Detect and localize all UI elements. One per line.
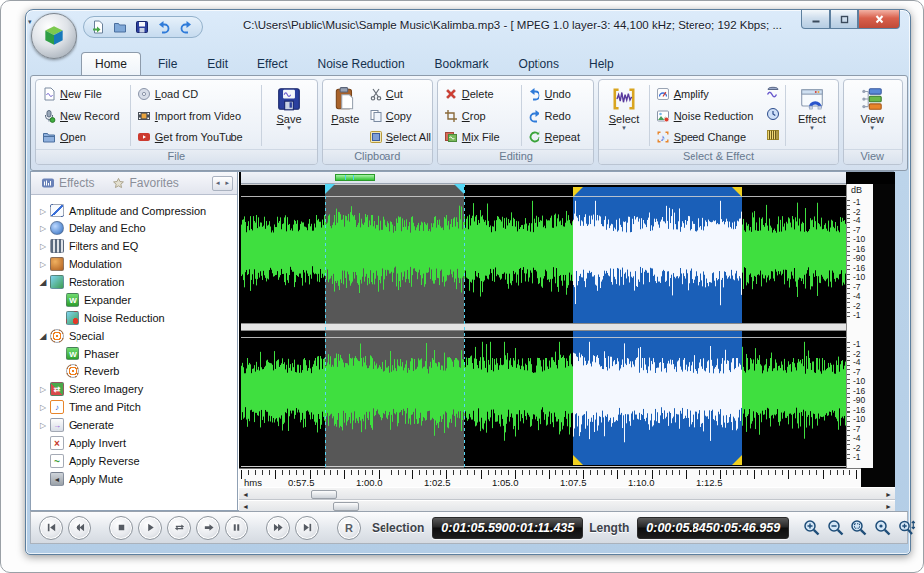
qat-open-button[interactable] (112, 19, 128, 35)
go-to-start-button[interactable] (39, 516, 63, 540)
expander-icon[interactable]: ▷ (37, 224, 49, 233)
save-button[interactable]: Save ▼ (265, 83, 312, 148)
record-button[interactable]: R (337, 516, 361, 540)
expander-icon[interactable]: ◢ (37, 277, 49, 287)
expander-icon[interactable]: ▷ (37, 421, 49, 430)
repeat-button[interactable]: Repeat (526, 127, 590, 147)
tab-noise-reduction[interactable]: Noise Reduction (305, 53, 418, 75)
paste-button[interactable]: Paste (327, 83, 364, 148)
sidebar-item-apply-invert[interactable]: ×Apply Invert (31, 434, 237, 452)
view-button[interactable]: View ▼ (849, 83, 895, 148)
sidebar-item-apply-mute[interactable]: ◄Apply Mute (31, 470, 237, 488)
sidebar-scroll-tabs-button[interactable]: ◄ ► (212, 176, 233, 191)
maximize-button[interactable] (830, 10, 858, 29)
tab-bookmark[interactable]: Bookmark (422, 53, 502, 75)
sidebar-item-reverb[interactable]: Reverb (31, 362, 237, 380)
rewind-button[interactable] (68, 516, 91, 540)
sidebar-item-noise-reduction[interactable]: Noise Reduction (31, 309, 237, 327)
mix-file-button[interactable]: Mix File (442, 127, 517, 147)
overview-position-bar[interactable] (335, 174, 375, 181)
qat-new-file-button[interactable] (90, 19, 106, 35)
sidebar-tab-favorites[interactable]: Favorites (106, 174, 184, 192)
waveform-display[interactable] (241, 184, 846, 468)
copy-button[interactable]: Copy (367, 106, 428, 126)
loop-play-button[interactable] (167, 516, 191, 540)
import-from-video-button[interactable]: Import from Video (135, 106, 257, 126)
load-cd-button[interactable]: Load CD (135, 84, 257, 104)
overview-strip[interactable] (241, 172, 846, 184)
horizontal-scrollbar-1[interactable]: ◄ ► (239, 487, 895, 500)
scroll-right-icon[interactable]: ► (885, 490, 892, 499)
fast-forward-button[interactable] (266, 516, 290, 540)
sidebar-item-filters-eq[interactable]: ▷Filters and EQ (31, 237, 237, 255)
zoom-selection-button[interactable] (848, 517, 869, 539)
expander-icon[interactable]: ▷ (37, 242, 49, 251)
close-button[interactable] (858, 10, 900, 29)
new-record-button[interactable]: New Record (40, 106, 126, 126)
stop-button[interactable] (109, 516, 133, 540)
tab-file[interactable]: File (145, 53, 190, 75)
sidebar-item-stereo-imagery[interactable]: ▷⇄Stereo Imagery (31, 380, 237, 398)
cut-button[interactable]: Cut (367, 84, 428, 104)
timer-button[interactable] (766, 107, 780, 125)
effect-button[interactable]: Effect ▼ (790, 83, 833, 148)
qat-undo-button[interactable] (156, 19, 172, 35)
sidebar-item-amplitude-compression[interactable]: ▷Amplitude and Compression (31, 202, 237, 219)
app-menu-orb[interactable] (31, 13, 77, 59)
zoom-full-button[interactable] (872, 517, 893, 539)
sidebar-item-restoration[interactable]: ◢Restoration (31, 273, 237, 291)
delete-button[interactable]: Delete (442, 84, 517, 104)
zoom-in-button[interactable] (801, 517, 822, 539)
play-from-cursor-button[interactable] (196, 516, 220, 540)
play-button[interactable] (138, 516, 162, 540)
sidebar-tab-effects[interactable]: Effects (35, 174, 100, 192)
tab-help[interactable]: Help (576, 53, 627, 75)
equalizer-button[interactable] (766, 128, 780, 146)
crop-button[interactable]: Crop (442, 106, 517, 126)
scroll-right-icon[interactable]: ► (885, 502, 892, 511)
expander-icon[interactable]: ▷ (37, 385, 49, 394)
expander-icon[interactable]: ◢ (37, 331, 49, 341)
tab-options[interactable]: Options (506, 53, 572, 75)
qat-redo-button[interactable] (178, 19, 194, 35)
expander-icon[interactable]: ▷ (37, 207, 49, 215)
undo-button[interactable]: Undo (526, 84, 590, 104)
speed-change-button[interactable]: ♪ Speed Change (654, 127, 763, 147)
time-ruler[interactable]: hms 0:57.5 1:00.0 1:02.5 1:05.0 1:07.5 1… (239, 468, 861, 487)
scroll-left-icon[interactable]: ◄ (242, 490, 249, 499)
minimize-button[interactable] (801, 10, 830, 29)
sidebar-item-special[interactable]: ◢Special (31, 327, 237, 345)
scroll-left-icon[interactable]: ◄ (242, 502, 249, 511)
expander-icon[interactable]: ▷ (37, 403, 49, 412)
zoom-out-button[interactable] (825, 517, 846, 539)
tab-effect[interactable]: Effect (244, 53, 300, 75)
open-button[interactable]: Open (40, 127, 126, 147)
select-button[interactable]: Select ▼ (603, 83, 644, 148)
pause-button[interactable] (225, 516, 248, 540)
qat-save-button[interactable] (134, 19, 150, 35)
sidebar-item-expander[interactable]: WExpander (31, 291, 237, 309)
redo-button[interactable]: Redo (526, 106, 590, 126)
zoom-vertical-out-button[interactable] (920, 517, 924, 539)
tab-edit[interactable]: Edit (194, 53, 240, 75)
sidebar-item-apply-reverse[interactable]: ~Apply Reverse (31, 452, 237, 470)
sidebar-item-generate[interactable]: ▷→Generate (31, 416, 237, 434)
scrollbar-thumb[interactable] (333, 502, 359, 511)
qat-dropdown-arrow-icon[interactable]: ▾ (28, 18, 32, 25)
new-file-button[interactable]: New File (40, 84, 126, 104)
noise-reduction-button[interactable]: Noise Reduction (654, 106, 763, 126)
zoom-vertical-in-button[interactable] (896, 517, 917, 539)
length-total-value: 0:05:46.959 (713, 521, 780, 535)
sidebar-item-modulation[interactable]: ▷Modulation (31, 255, 237, 273)
expander-icon[interactable]: ▷ (37, 260, 49, 269)
sidebar-item-time-pitch[interactable]: ▷♪Time and Pitch (31, 398, 237, 416)
go-to-end-button[interactable] (295, 516, 319, 540)
get-from-youtube-button[interactable]: Get from YouTube (135, 127, 257, 147)
tab-home[interactable]: Home (81, 52, 141, 75)
scrollbar-thumb[interactable] (311, 490, 337, 499)
amplify-button[interactable]: Amplify (654, 84, 763, 104)
compressor-button[interactable] (766, 85, 780, 103)
select-all-button[interactable]: Select All (367, 127, 428, 147)
sidebar-item-delay-echo[interactable]: ▷Delay and Echo (31, 219, 237, 237)
sidebar-item-phaser[interactable]: WPhaser (31, 345, 237, 362)
